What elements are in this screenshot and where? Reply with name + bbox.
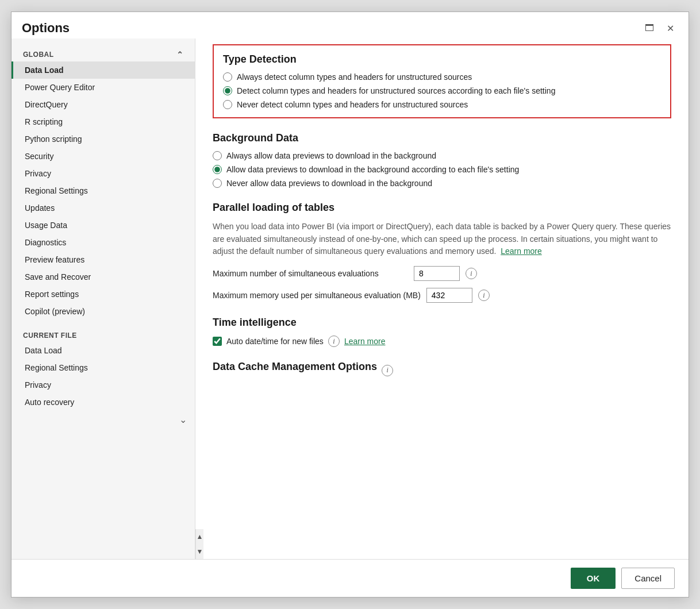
sidebar-item-cf-privacy[interactable]: Privacy <box>11 376 195 394</box>
cancel-button[interactable]: Cancel <box>621 568 675 589</box>
sidebar-item-diagnostics[interactable]: Diagnostics <box>11 234 195 251</box>
sidebar-item-save-and-recover[interactable]: Save and Recover <box>11 268 195 286</box>
bd-never-input[interactable] <box>213 179 222 188</box>
close-button[interactable]: ✕ <box>662 20 678 36</box>
data-cache-row: Data Cache Management Options i <box>213 361 671 380</box>
right-scrollbar: ▲ ▼ <box>195 529 203 559</box>
max-evals-input[interactable] <box>414 266 460 281</box>
max-evals-info-icon[interactable]: i <box>466 268 477 279</box>
sidebar-item-preview-features[interactable]: Preview features <box>11 251 195 268</box>
max-evals-label: Maximum number of simultaneous evaluatio… <box>213 269 408 278</box>
background-data-title: Background Data <box>213 132 671 144</box>
background-data-radio-group: Always allow data previews to download i… <box>213 151 671 188</box>
sidebar-item-r-scripting[interactable]: R scripting <box>11 113 195 130</box>
td-per-file-label: Detect column types and headers for unst… <box>237 86 555 95</box>
parallel-loading-desc: When you load data into Power BI (via im… <box>213 221 671 258</box>
global-chevron-icon[interactable]: ⌃ <box>176 50 183 59</box>
global-header-label: GLOBAL <box>23 51 54 59</box>
bd-per-file-label: Allow data previews to download in the b… <box>226 165 519 174</box>
sidebar-item-cf-data-load[interactable]: Data Load <box>11 342 195 359</box>
max-memory-label: Maximum memory used per simultaneous eva… <box>213 291 421 300</box>
background-data-section: Background Data Always allow data previe… <box>213 132 671 188</box>
time-intel-learn-more[interactable]: Learn more <box>344 337 386 346</box>
td-per-file-radio[interactable]: Detect column types and headers for unst… <box>223 86 661 95</box>
type-detection-title: Type Detection <box>223 53 661 65</box>
bd-always-input[interactable] <box>213 151 222 160</box>
sidebar-item-updates[interactable]: Updates <box>11 199 195 217</box>
current-file-section-header: CURRENT FILE <box>11 326 195 342</box>
max-evals-row: Maximum number of simultaneous evaluatio… <box>213 266 671 281</box>
parallel-loading-title: Parallel loading of tables <box>213 202 671 214</box>
dialog-body: GLOBAL ⌃ Data Load Power Query Editor Di… <box>11 38 689 559</box>
sidebar-item-report-settings[interactable]: Report settings <box>11 286 195 303</box>
td-never-label: Never detect column types and headers fo… <box>237 100 468 109</box>
td-per-file-input[interactable] <box>223 86 232 95</box>
sidebar: GLOBAL ⌃ Data Load Power Query Editor Di… <box>11 38 195 559</box>
bd-per-file-radio[interactable]: Allow data previews to download in the b… <box>213 165 671 174</box>
bd-never-radio[interactable]: Never allow data previews to download in… <box>213 179 671 188</box>
data-cache-title: Data Cache Management Options <box>213 361 377 373</box>
time-intelligence-section: Time intelligence Auto date/time for new… <box>213 317 671 347</box>
main-content: Type Detection Always detect column type… <box>195 38 689 559</box>
scroll-down-icon[interactable]: ▼ <box>195 546 204 557</box>
dialog-title: Options <box>22 21 70 36</box>
sidebar-item-privacy[interactable]: Privacy <box>11 165 195 182</box>
bd-always-radio[interactable]: Always allow data previews to download i… <box>213 151 671 160</box>
ok-button[interactable]: OK <box>571 568 616 589</box>
sidebar-item-cf-regional-settings[interactable]: Regional Settings <box>11 359 195 376</box>
auto-datetime-row: Auto date/time for new files i Learn mor… <box>213 336 671 347</box>
td-always-label: Always detect column types and headers f… <box>237 72 472 82</box>
sidebar-item-python-scripting[interactable]: Python scripting <box>11 130 195 148</box>
sidebar-item-security[interactable]: Security <box>11 148 195 165</box>
type-detection-box: Type Detection Always detect column type… <box>213 44 671 118</box>
main-scroll: Type Detection Always detect column type… <box>195 38 689 529</box>
data-cache-info-icon[interactable]: i <box>382 365 393 376</box>
td-never-input[interactable] <box>223 100 232 109</box>
sidebar-scroll-down-icon[interactable]: ⌄ <box>11 411 195 429</box>
type-detection-radio-group: Always detect column types and headers f… <box>223 72 661 109</box>
sidebar-item-directquery[interactable]: DirectQuery <box>11 96 195 113</box>
max-memory-input[interactable] <box>426 288 472 303</box>
global-section-header: GLOBAL ⌃ <box>11 44 195 61</box>
bd-always-label: Always allow data previews to download i… <box>226 151 436 160</box>
restore-button[interactable]: 🗖 <box>641 20 657 36</box>
td-always-input[interactable] <box>223 72 232 82</box>
data-cache-section: Data Cache Management Options i <box>213 361 671 380</box>
max-memory-row: Maximum memory used per simultaneous eva… <box>213 288 671 303</box>
auto-datetime-label: Auto date/time for new files <box>226 337 324 346</box>
auto-datetime-check[interactable]: Auto date/time for new files <box>213 337 324 346</box>
td-always-radio[interactable]: Always detect column types and headers f… <box>223 72 661 82</box>
title-bar: Options 🗖 ✕ <box>11 12 689 38</box>
bd-per-file-input[interactable] <box>213 165 222 174</box>
sidebar-item-data-load[interactable]: Data Load <box>11 61 195 79</box>
parallel-loading-learn-more[interactable]: Learn more <box>501 246 542 256</box>
sidebar-item-usage-data[interactable]: Usage Data <box>11 217 195 234</box>
options-dialog: Options 🗖 ✕ GLOBAL ⌃ Data Load Power Que… <box>11 11 689 598</box>
auto-datetime-info-icon[interactable]: i <box>328 336 340 347</box>
time-intelligence-title: Time intelligence <box>213 317 671 329</box>
type-detection-section: Type Detection Always detect column type… <box>213 44 671 118</box>
sidebar-item-cf-auto-recovery[interactable]: Auto recovery <box>11 394 195 411</box>
auto-datetime-input[interactable] <box>213 337 222 346</box>
max-memory-info-icon[interactable]: i <box>478 290 490 301</box>
sidebar-item-copilot-preview[interactable]: Copilot (preview) <box>11 303 195 320</box>
title-bar-controls: 🗖 ✕ <box>641 20 678 36</box>
parallel-loading-section: Parallel loading of tables When you load… <box>213 202 671 303</box>
sidebar-item-power-query-editor[interactable]: Power Query Editor <box>11 79 195 96</box>
dialog-footer: OK Cancel <box>11 559 689 597</box>
scroll-up-icon[interactable]: ▲ <box>195 531 204 542</box>
sidebar-item-regional-settings[interactable]: Regional Settings <box>11 182 195 199</box>
current-file-header-label: CURRENT FILE <box>23 332 77 340</box>
td-never-radio[interactable]: Never detect column types and headers fo… <box>223 100 661 109</box>
bd-never-label: Never allow data previews to download in… <box>226 179 432 188</box>
